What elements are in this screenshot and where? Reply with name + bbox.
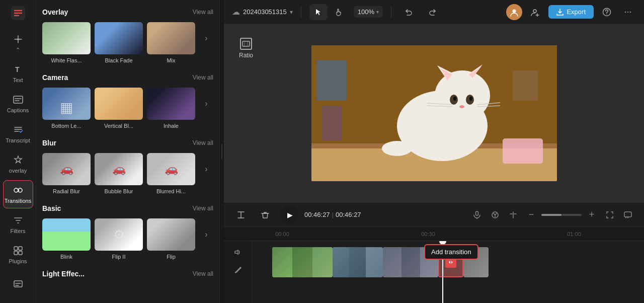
filename-selector[interactable]: ☁ 202403051315 ▾ [232, 7, 293, 17]
radial-blur-label: Radial Blur [53, 188, 80, 194]
sticker-btn[interactable] [487, 207, 503, 223]
overlay-scroll-right[interactable]: › [199, 22, 213, 54]
transition-vertical-bl[interactable]: Vertical Bl... [95, 88, 143, 129]
svg-rect-20 [19, 251, 22, 255]
overlay-view-all[interactable]: View all [193, 9, 213, 16]
light-effects-view-all[interactable]: View all [193, 270, 213, 277]
play-btn[interactable]: ▶ [280, 206, 298, 224]
effects-icon [13, 155, 24, 166]
edit-track-btn[interactable] [231, 263, 245, 277]
transition-flip[interactable]: Flip [147, 218, 195, 260]
basic-view-all[interactable]: View all [193, 205, 213, 212]
sidebar-item-text-label: Text [13, 77, 23, 83]
sidebar-item-transcript-label: Transcript [6, 137, 30, 143]
captions-icon [13, 94, 24, 105]
main-area: ☁ 202403051315 ▾ 100% ▾ [224, 0, 644, 303]
black-fade-label: Black Fade [105, 57, 132, 63]
sidebar-item-captions2[interactable] [3, 270, 33, 298]
transition-flip2[interactable]: Flip II [95, 218, 143, 260]
sidebar-item-text[interactable]: T Text [3, 59, 33, 88]
sidebar-item-media[interactable]: ⌃ [3, 29, 33, 57]
sidebar-item-filters[interactable]: Filters [3, 210, 33, 239]
clip-1[interactable] [272, 247, 333, 277]
sidebar-item-transitions[interactable]: Transitions [3, 180, 33, 208]
blur-section: Blur View all Radial Blur Bubble Blur [42, 139, 213, 194]
transition-blurred-hi[interactable]: Blurred Hi... [147, 153, 195, 194]
sidebar-item-transitions-label: Transitions [5, 198, 31, 204]
cloud-icon: ☁ [232, 7, 240, 17]
mic-btn[interactable] [469, 207, 485, 223]
basic-section: Basic View all Blink Flip II Flip › [42, 204, 213, 260]
user-avatar[interactable] [506, 4, 522, 20]
undo-btn[interactable] [399, 4, 418, 20]
mix-label: Mix [167, 57, 175, 63]
zoom-slider [541, 207, 582, 223]
svg-rect-18 [19, 247, 22, 250]
panel-resize-handle[interactable] [220, 0, 224, 303]
basic-scroll-right[interactable]: › [199, 218, 213, 251]
filename-dropdown-icon: ▾ [290, 9, 293, 16]
overlay-grid: White Flas... Black Fade Mix › [42, 22, 213, 63]
comment-btn[interactable] [620, 207, 636, 223]
zoom-value: 100% [358, 8, 374, 16]
bottom-le-thumb [42, 88, 91, 120]
cat-preview-frame [311, 45, 557, 181]
sidebar-item-captions[interactable]: Captions [3, 90, 33, 118]
blur-view-all[interactable]: View all [193, 139, 213, 146]
sidebar-item-effects[interactable]: overlay [3, 150, 33, 178]
camera-view-all[interactable]: View all [193, 74, 213, 81]
zoom-control[interactable]: 100% ▾ [354, 6, 383, 18]
delete-btn[interactable] [256, 207, 274, 223]
user-add-btn[interactable] [526, 4, 544, 20]
transition-inhale[interactable]: Inhale [147, 88, 195, 129]
hand-tool-btn[interactable] [330, 4, 348, 20]
blur-header: Blur View all [42, 139, 213, 147]
trim-tool-btn[interactable] [232, 207, 250, 223]
ratio-btn[interactable]: Ratio [232, 32, 260, 64]
zoom-track[interactable] [541, 214, 582, 216]
svg-point-12 [14, 188, 18, 192]
inhale-thumb [147, 88, 195, 120]
transitions-panel: Overlay View all White Flas... Black Fad… [36, 0, 220, 303]
add-transition-btn[interactable]: Add transition [424, 244, 478, 260]
zoom-in-btn[interactable]: + [584, 207, 600, 223]
transition-blink[interactable]: Blink [42, 218, 91, 260]
transition-black-fade[interactable]: Black Fade [95, 22, 143, 63]
ruler-label-2: 01:00 [567, 231, 581, 237]
camera-scroll-right[interactable]: › [199, 88, 213, 120]
sidebar-item-plugins[interactable]: Plugins [3, 241, 33, 269]
cursor-tool-btn[interactable] [309, 4, 328, 20]
svg-rect-19 [14, 251, 18, 255]
transition-bottom-le[interactable]: Bottom Le... [42, 88, 91, 129]
transition-radial-blur[interactable]: Radial Blur [42, 153, 91, 194]
redo-btn[interactable] [424, 4, 442, 20]
blurred-hi-label: Blurred Hi... [156, 188, 186, 194]
blur-scroll-right[interactable]: › [199, 153, 213, 185]
bottom-le-label: Bottom Le... [51, 123, 81, 129]
topbar-separator-2 [391, 6, 391, 18]
more-options-btn[interactable]: ··· [620, 4, 636, 20]
sidebar-item-transcript[interactable]: Transcript [3, 120, 33, 148]
svg-rect-54 [321, 106, 342, 141]
export-btn[interactable]: Export [548, 5, 594, 19]
svg-point-50 [382, 141, 412, 156]
timeline-controls: ▶ 00:46:27 | 00:46:27 [224, 203, 644, 227]
text-icon: T [13, 64, 24, 75]
blurred-hi-thumb [147, 153, 195, 185]
volume-btn[interactable] [231, 245, 245, 259]
transition-mix[interactable]: Mix [147, 22, 195, 63]
flip2-thumb [95, 218, 143, 251]
transition-white-flash[interactable]: White Flas... [42, 22, 91, 63]
radial-blur-thumb [42, 153, 91, 185]
transition-bubble-blur[interactable]: Bubble Blur [95, 153, 143, 194]
fit-screen-btn[interactable] [602, 207, 618, 223]
svg-point-44 [469, 97, 472, 101]
overlay-header: Overlay View all [42, 8, 213, 16]
app-logo[interactable] [9, 4, 27, 22]
clip-2[interactable] [333, 247, 383, 277]
basic-title: Basic [42, 204, 61, 212]
help-btn[interactable] [598, 4, 616, 20]
split-btn[interactable] [505, 207, 521, 223]
zoom-out-btn[interactable]: − [523, 207, 539, 223]
svg-rect-17 [14, 247, 18, 250]
